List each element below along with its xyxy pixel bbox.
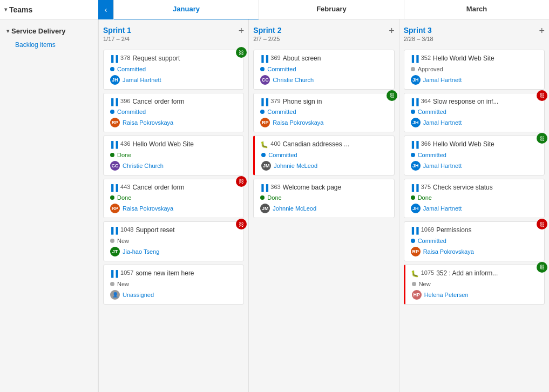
person-name: Unassigned (123, 292, 154, 298)
status-text: Committed (117, 66, 146, 72)
sidebar-section-header[interactable]: ▾ Service Delivery (0, 24, 98, 38)
card-sprint1-0[interactable]: ⛓▐▐378Request supportCommittedJHJamal Ha… (103, 50, 244, 90)
board-area: Sprint 11/17 – 2/4+⛓▐▐378Request support… (98, 19, 549, 392)
card-status-row: Committed (260, 152, 388, 158)
status-text: Committed (267, 109, 296, 115)
content-area: ▾ Service Delivery Backlog items Sprint … (0, 19, 549, 392)
link-badge-sprint3-2[interactable]: ⛓ (537, 133, 547, 144)
nav-back-button[interactable]: ‹ (98, 0, 113, 19)
story-icon: ▐▐ (259, 55, 268, 63)
card-title-text: some new item here (136, 269, 239, 278)
sidebar-section-label: Service Delivery (11, 27, 65, 35)
column-add-button-sprint3[interactable]: + (539, 26, 545, 36)
card-sprint3-2[interactable]: ⛓▐▐366Hello World Web SiteCommittedJHJam… (404, 136, 545, 175)
column-add-button-sprint1[interactable]: + (239, 26, 245, 36)
card-title-text: Hello World Web Site (433, 55, 539, 63)
card-number: 364 (421, 98, 431, 104)
card-person-row: JHJamal Hartnett (410, 75, 539, 85)
link-badge-sprint1-3[interactable]: ⛓ (236, 176, 247, 187)
card-sprint2-2[interactable]: 🐛400Canadian addresses ...CommittedJMJoh… (253, 136, 394, 175)
card-number: 369 (270, 55, 280, 61)
avatar: JM (261, 161, 271, 171)
card-number: 1069 (421, 226, 434, 233)
card-title-text: Welcome back page (283, 184, 389, 192)
card-number: 379 (270, 98, 280, 104)
card-title-text: Cancel order form (132, 184, 238, 192)
status-dot (110, 195, 114, 200)
card-sprint3-0[interactable]: ▐▐352Hello World Web SiteApprovedJHJamal… (404, 50, 545, 90)
card-sprint3-4[interactable]: ⛓▐▐1069PermissionsCommittedRPRaisa Pokro… (404, 221, 545, 261)
card-title-row: ▐▐366Hello World Web Site (410, 140, 539, 149)
card-person-row: JMJohnnie McLeod (260, 161, 388, 171)
card-sprint2-3[interactable]: ▐▐363Welcome back pageDoneJMJohnnie McLe… (253, 179, 394, 219)
status-text: Committed (418, 238, 446, 244)
story-icon: ▐▐ (410, 184, 419, 192)
link-badge-sprint3-5[interactable]: ⛓ (537, 262, 547, 273)
card-title-text: Support reset (136, 226, 239, 235)
story-icon: ▐▐ (410, 227, 419, 234)
link-badge-sprint2-1[interactable]: ⛓ (387, 90, 397, 101)
card-status-row: Done (410, 194, 539, 201)
card-status-row: Done (259, 194, 388, 201)
card-status-row: New (109, 238, 238, 244)
column-title-sprint1: Sprint 1 (103, 26, 131, 35)
card-sprint3-1[interactable]: ⛓▐▐364Slow response on inf...CommittedJH… (404, 93, 545, 133)
link-badge-sprint3-4[interactable]: ⛓ (537, 219, 547, 229)
card-sprint3-3[interactable]: ▐▐375Check service statusDoneJHJamal Har… (404, 179, 545, 219)
link-badge-sprint1-0[interactable]: ⛓ (236, 47, 247, 58)
avatar: 👤 (110, 290, 120, 300)
sidebar: ▾ Service Delivery Backlog items (0, 19, 98, 392)
person-name: Christie Church (123, 163, 164, 169)
status-dot (411, 153, 415, 157)
card-number: 1048 (120, 226, 133, 233)
board-column-sprint2: Sprint 22/7 – 2/25+▐▐369About screenComm… (248, 19, 398, 392)
card-status-row: New (109, 281, 238, 287)
card-sprint2-1[interactable]: ⛓▐▐379Phone sign inCommittedRPRaisa Pokr… (253, 93, 394, 133)
card-status-row: Committed (259, 109, 388, 115)
card-title-text: Check service status (433, 184, 539, 192)
link-badge-sprint1-4[interactable]: ⛓ (236, 219, 247, 229)
link-badge-sprint3-1[interactable]: ⛓ (537, 90, 547, 101)
card-person-row: RPRaisa Pokrovskaya (109, 204, 238, 213)
story-icon: ▐▐ (410, 98, 419, 106)
status-dot (260, 110, 265, 114)
column-title-sprint2: Sprint 2 (253, 26, 281, 35)
person-name: Jamal Hartnett (423, 205, 462, 212)
card-sprint1-1[interactable]: ▐▐396Cancel order formCommittedRPRaisa P… (103, 93, 244, 133)
card-number: 366 (421, 140, 431, 147)
card-sprint1-3[interactable]: ⛓▐▐443Cancel order formDoneRPRaisa Pokro… (103, 179, 244, 219)
person-name: Jamal Hartnett (423, 77, 462, 83)
card-status-row: Committed (410, 152, 539, 158)
card-title-text: Hello World Web Site (132, 140, 238, 149)
column-add-button-sprint2[interactable]: + (389, 26, 395, 36)
avatar: CC (260, 75, 270, 85)
card-status-row: Done (109, 194, 238, 201)
status-text: New (117, 238, 129, 244)
card-sprint1-5[interactable]: ▐▐1057some new item hereNew👤Unassigned (103, 265, 244, 305)
card-person-row: JMJohnnie McLeod (259, 204, 388, 213)
card-title-text: Request support (132, 55, 238, 63)
status-dot (260, 67, 265, 71)
card-number: 436 (120, 140, 130, 147)
story-icon: ▐▐ (109, 184, 118, 192)
card-number: 375 (421, 184, 431, 190)
person-name: Raisa Pokrovskaya (123, 119, 173, 126)
story-icon: ▐▐ (109, 98, 118, 106)
card-title-row: 🐛1075352 : Add an inform... (411, 269, 539, 278)
card-sprint1-2[interactable]: ▐▐436Hello World Web SiteDoneCCChristie … (103, 136, 244, 175)
sidebar-item-backlog-items[interactable]: Backlog items (0, 38, 98, 51)
story-icon: ▐▐ (109, 270, 118, 278)
avatar: RP (110, 204, 120, 213)
status-text: Committed (267, 66, 296, 72)
status-dot (411, 67, 415, 71)
story-icon: ▐▐ (109, 227, 118, 234)
card-sprint3-5[interactable]: ⛓🐛1075352 : Add an inform...NewHPHelena … (404, 265, 545, 305)
card-title-row: ▐▐363Welcome back page (259, 184, 388, 192)
card-sprint2-0[interactable]: ▐▐369About screenCommittedCCChristie Chu… (253, 50, 394, 90)
card-title-text: Hello World Web Site (433, 140, 539, 149)
status-dot (110, 153, 114, 157)
card-person-row: JHJamal Hartnett (410, 204, 539, 213)
status-dot (110, 110, 114, 114)
card-title-row: ▐▐443Cancel order form (109, 184, 238, 192)
card-sprint1-4[interactable]: ⛓▐▐1048Support resetNewJTJia-hao Tseng (103, 221, 244, 261)
